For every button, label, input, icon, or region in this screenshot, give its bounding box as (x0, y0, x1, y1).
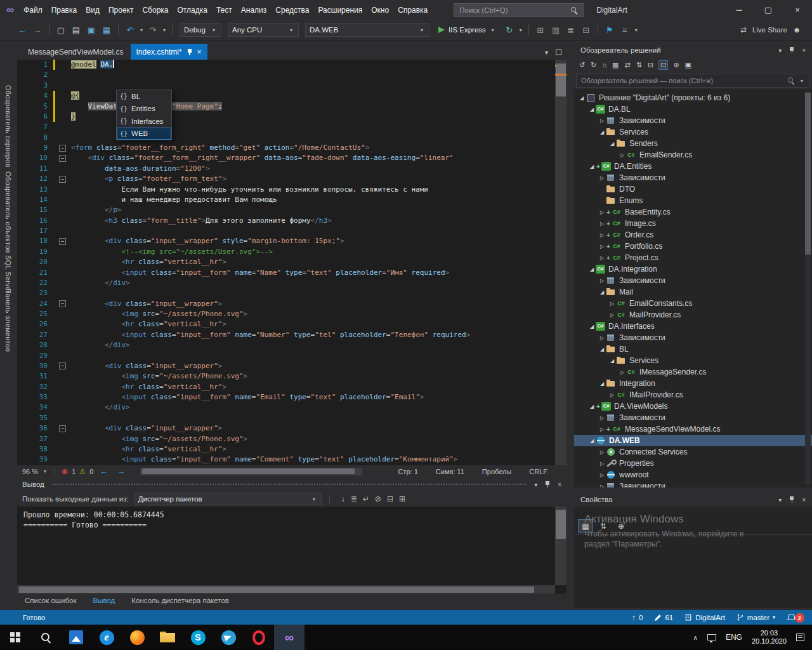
collapse-icon[interactable]: ⊟ (387, 494, 393, 503)
expander-icon[interactable]: ▷ (598, 232, 606, 238)
line-indicator[interactable]: Стр: 1 (398, 468, 417, 475)
sync-icon[interactable]: ⇄ (625, 61, 631, 69)
close-icon[interactable]: × (802, 496, 806, 503)
tree-item-Integration[interactable]: ◢Integration (574, 378, 812, 389)
platform-dropdown[interactable]: Any CPU▾ (228, 23, 299, 37)
nav-back-icon[interactable]: ← (15, 25, 29, 35)
tree-item-Connected Services[interactable]: ▷Connected Services (574, 446, 812, 458)
messages-icon[interactable]: ≣ (351, 494, 357, 503)
completion-item-BL[interactable]: {}BL (117, 90, 171, 103)
line-ending-indicator[interactable]: CRLF (529, 468, 547, 475)
tree-item-Зависимости[interactable]: ▷Зависимости (574, 172, 812, 183)
scrollbar-thumb[interactable] (556, 63, 566, 96)
menu-Расширения[interactable]: Расширения (313, 0, 367, 20)
tree-item-Project.cs[interactable]: ▷+C#Project.cs (574, 252, 812, 263)
chevron-down-icon[interactable]: ▾ (799, 78, 805, 84)
maximize-button[interactable]: ▢ (754, 0, 783, 20)
tree-item-Portfolio.cs[interactable]: ▷+C#Portfolio.cs (574, 241, 812, 252)
preview-icon[interactable]: ⊡ (659, 61, 667, 69)
expander-icon[interactable]: ▷ (598, 335, 606, 341)
language-indicator[interactable]: ENG (726, 633, 742, 642)
live-share-button[interactable]: Live Share (752, 26, 787, 34)
indent-icon[interactable]: ≡ (618, 25, 632, 35)
panel-tab-Список ошибок[interactable]: Список ошибок (25, 597, 77, 604)
menu-Файл[interactable]: Файл (19, 0, 47, 20)
collapse-region-icon[interactable]: − (59, 145, 66, 152)
collapse-region-icon[interactable]: − (59, 155, 66, 162)
telegram-app-icon[interactable] (213, 625, 244, 650)
clear-all-icon[interactable]: ⊘ (375, 494, 381, 503)
zoom-control[interactable]: 96 % (22, 468, 38, 475)
tree-item-Зависимости[interactable]: ▷Зависимости (574, 412, 812, 423)
navigate-forward-icon[interactable]: → (117, 467, 125, 476)
collapse-region-icon[interactable]: − (59, 362, 66, 369)
chevron-down-icon[interactable]: ▾ (633, 27, 639, 33)
expander-icon[interactable]: ◢ (598, 129, 606, 135)
expander-icon[interactable]: ▷ (608, 301, 616, 307)
expander-icon[interactable]: ◢ (608, 141, 616, 147)
display-tray-icon[interactable] (707, 634, 716, 640)
tree-item-Mail[interactable]: ◢Mail (574, 286, 812, 298)
menu-Отладка[interactable]: Отладка (173, 0, 212, 20)
tree-item-Services[interactable]: ◢Services (574, 355, 812, 366)
start-button[interactable] (0, 625, 30, 650)
menu-Анализ[interactable]: Анализ (237, 0, 272, 20)
tree-item-Зависимости[interactable]: ▷Зависимости (574, 481, 812, 488)
expander-icon[interactable]: ◢ (588, 404, 596, 409)
notifications-button[interactable]: 2 (787, 610, 806, 625)
edge-app-icon[interactable]: e (91, 625, 122, 650)
expander-icon[interactable]: ◢ (588, 164, 596, 169)
clock[interactable]: 20:03 20.10.2020 (752, 629, 787, 646)
tree-item-Зависимости[interactable]: ▷Зависимости (574, 275, 812, 286)
pin-icon[interactable] (789, 496, 795, 503)
window-position-chevron-icon[interactable]: ▾ (778, 47, 782, 54)
expander-icon[interactable]: ▷ (598, 255, 606, 261)
solution-explorer-search-input[interactable]: Обозреватель решений — поиск (Ctrl+ж) ▾ (576, 74, 810, 88)
properties-icon[interactable]: ⊕ (673, 61, 679, 69)
outline-icon[interactable]: ▥ (549, 25, 563, 35)
forward-icon[interactable]: ↻ (591, 61, 596, 69)
tree-item-DA.BL[interactable]: ◢C#DA.BL (574, 103, 812, 115)
expander-icon[interactable]: ◢ (598, 347, 606, 352)
expander-icon[interactable]: ◢ (588, 438, 596, 444)
tool-tab-1[interactable]: Обозреватель объектов SQL Server (4, 171, 12, 293)
skype-app-icon[interactable]: S (183, 625, 213, 650)
pin-icon[interactable] (544, 481, 551, 488)
back-icon[interactable]: ↺ (579, 61, 585, 69)
collapse-region-icon[interactable]: − (59, 238, 66, 245)
home-icon[interactable]: ⌂ (602, 61, 606, 69)
tab-MessageSendViewModel.cs[interactable]: MessageSendViewModel.cs (22, 44, 129, 60)
scrollbar-thumb[interactable] (142, 468, 355, 474)
expander-icon[interactable]: ▷ (619, 152, 626, 158)
tree-item-Senders[interactable]: ◢Senders (574, 138, 812, 149)
close-icon[interactable]: × (197, 48, 202, 56)
tree-item-IMailProvider.cs[interactable]: ▷C#IMailProvider.cs (574, 389, 812, 401)
menu-Сборка[interactable]: Сборка (138, 0, 173, 20)
startup-project-dropdown[interactable]: DA.WEB▾ (305, 23, 429, 37)
expander-icon[interactable]: ◢ (598, 381, 606, 387)
word-wrap-icon[interactable]: ↵ (363, 494, 369, 503)
minimize-button[interactable]: ─ (724, 0, 754, 20)
window-grip[interactable] (52, 483, 527, 486)
menu-Вид[interactable]: Вид (81, 0, 104, 20)
completion-item-Interfaces[interactable]: {}Interfaces (117, 115, 171, 128)
warning-icon[interactable]: ⚠ (79, 467, 86, 475)
zoom-chevron-icon[interactable]: ▾ (42, 468, 48, 474)
nav-forward-icon[interactable]: → (30, 25, 44, 35)
expand-icon[interactable]: ⊞ (399, 494, 405, 503)
expander-icon[interactable]: ◢ (578, 95, 586, 101)
redo-icon[interactable]: ↷ (146, 25, 160, 35)
expander-icon[interactable]: ▷ (598, 209, 606, 215)
close-icon[interactable]: × (802, 47, 806, 54)
action-center-icon[interactable] (796, 633, 804, 641)
visual-studio-icon[interactable]: ∞ (274, 625, 304, 650)
tree-item-EmailConstants.cs[interactable]: ▷C#EmailConstants.cs (574, 298, 812, 309)
tree-item-Order.cs[interactable]: ▷+C#Order.cs (574, 229, 812, 241)
quick-search-input[interactable]: Поиск (Ctrl+Q) (454, 3, 584, 17)
output-content[interactable]: Прошло времени: 00:00:05.6874445========… (17, 507, 566, 594)
new-file-icon[interactable]: ▢ (54, 25, 68, 35)
editor-vertical-scrollbar[interactable] (555, 60, 566, 465)
scrollbar-thumb[interactable] (19, 587, 534, 593)
expander-icon[interactable]: ▷ (598, 461, 606, 467)
list-icon[interactable]: ≣ (564, 25, 578, 35)
